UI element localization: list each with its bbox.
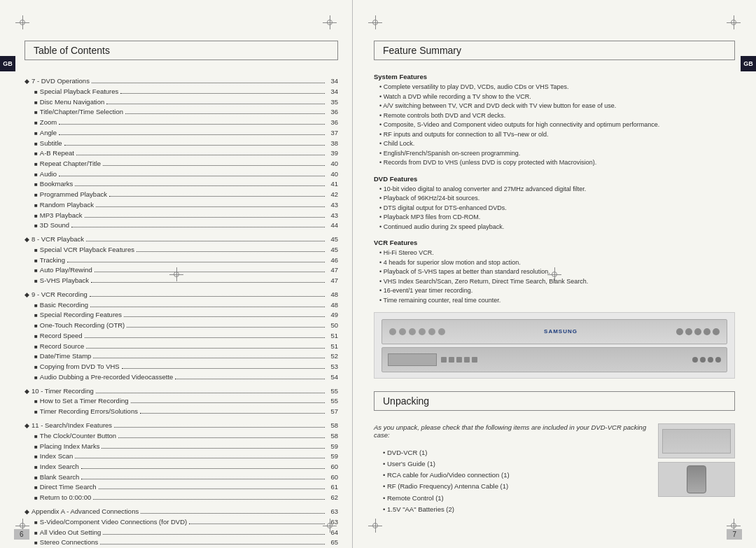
toc-sub: ■Audio Dubbing a Pre-recorded Videocasse… [24,372,338,383]
device-thumbnail [658,423,735,458]
toc-entry-vcr-playback: ◆ 8 - VCR Playback 45 [24,234,338,245]
toc-sub: ■Stereo Connections65 [24,538,338,548]
bullet-icon: ◆ [24,290,29,300]
unpacking-section: Unpacking As you unpack, please check th… [374,391,735,515]
toc-sub: ■Direct Time Search61 [24,482,338,493]
toc-title: Table of Contents [24,41,338,60]
vcr-btn-icon [692,357,698,363]
toc-sub: ■Random Playback43 [24,200,338,211]
toc-sub: ■Basic Recording48 [24,300,338,311]
crosshair-center-right [547,267,561,281]
btn-icon [409,328,416,335]
device-image: SAMSUNG [374,312,735,379]
vcr-btn-icon [449,357,454,363]
toc-sub: ■Date/Time Stamp52 [24,351,338,362]
bullet-icon: ◆ [24,235,29,245]
page-number-right: 7 [727,529,742,540]
btn-icon [419,328,426,335]
page-number-left: 6 [14,529,29,540]
toc-sub: ■Return to 0:00:0062 [24,493,338,503]
toc-sub: ■Index Search60 [24,462,338,472]
toc-entries: ◆ 7 - DVD Operations 34 ■Special Playbac… [24,76,338,548]
vcr-btn-icon [456,357,462,363]
crosshair-bottom-right [323,519,337,533]
device-thumbnail-inner [662,429,730,454]
toc-sub: ■Placing Index Marks59 [24,442,338,452]
unpacking-title: Unpacking [374,391,735,411]
toc-sub: ■The Clock/Counter Button58 [24,431,338,442]
vcr-btn-icon [464,357,470,363]
crosshair-top-left-r [368,15,382,29]
btn-icon [399,328,406,335]
toc-entry-appendix-a: ◆ Appendix A - Advanced Connections 63 [24,507,338,517]
left-page: GB Table of Contents ◆ 7 - DVD Operation… [0,0,353,548]
list-item: User's Guide (1) [383,458,651,470]
toc-sub: ■Special Playback Features34 [24,87,338,97]
page-container: 01626A DVD-V8000/TWN-Engl 8/27/56 8:56 A… [0,0,756,548]
toc-entry-vcr-recording: ◆ 9 - VCR Recording 48 [24,290,338,300]
dvd-buttons [389,328,445,335]
toc-sub: ■Special VCR Playback Features45 [24,245,338,255]
toc-sub: ■Special Recording Features49 [24,310,338,321]
toc-entry-timer: ◆ 10 - Timer Recording 55 [24,386,338,397]
btn-icon [694,328,701,335]
toc-sub: ■3D Sound44 [24,220,338,231]
dvd-features-text: 10-bit video digital to analog converter… [374,185,735,232]
toc-sub: ■Angle37 [24,128,338,139]
toc-sub: ■Subtitle38 [24,139,338,149]
btn-icon [428,328,435,335]
toc-entry-search: ◆ 11 - Search/Index Features 58 [24,421,338,431]
samsung-brand-top: SAMSUNG [544,328,578,335]
toc-sub: ■How to Set a Timer Recording55 [24,396,338,407]
gb-badge-left: GB [0,56,15,71]
list-item: RCA cable for Audio/Video connection (1) [383,470,651,481]
vcr-btn-icon [708,357,713,363]
system-features-section: System Features Complete versatility to … [374,73,735,168]
dvd-right-buttons [676,328,720,335]
btn-icon [713,328,720,335]
toc-sub: ■Record Speed51 [24,331,338,342]
dvd-features-section: DVD Features 10-bit video digital to ana… [374,175,735,232]
toc-sub: ■Programmed Playback42 [24,190,338,200]
vcr-buttons [441,357,477,363]
list-item: RF (Radio Frequency) Antenna Cable (1) [383,481,651,492]
vcr-btn-icon [700,357,706,363]
toc-sub: ■Record Source51 [24,342,338,352]
toc-sub: ■Audio40 [24,169,338,180]
crosshair-bottom-left-r [368,519,382,533]
vcr-btn-icon [441,357,447,363]
bullet-icon: ◆ [24,507,29,517]
toc-sub: ■Zoom36 [24,118,338,128]
toc-sub: ■S-Video/Component Video Connections (fo… [24,517,338,528]
btn-icon [676,328,683,335]
unpacking-items-list: DVD-VCR (1) User's Guide (1) RCA cable f… [374,447,651,515]
toc-sub: ■One-Touch Recording (OTR)50 [24,321,338,331]
btn-icon [704,328,710,335]
remote-thumbnail [658,462,735,497]
right-page: GB Feature Summary System Features Compl… [353,0,756,548]
crosshair-top-right [323,15,337,29]
toc-sub: ■A-B Repeat39 [24,148,338,159]
toc-sub: ■Repeat Chapter/Title40 [24,159,338,169]
toc-sub: ■MP3 Playback43 [24,211,338,221]
vcr-btn-icon [715,357,721,363]
btn-icon [389,328,396,335]
btn-icon [685,328,692,335]
crosshair-top-left [15,15,29,29]
tape-slot-icon [388,353,437,366]
vcr-features-heading: VCR Features [374,239,735,246]
toc-sub: ■Timer Recording Errors/Solutions57 [24,407,338,417]
toc-sub: ■All Video Out Setting64 [24,528,338,538]
gb-badge-right: GB [741,56,756,71]
toc-sub: ■Blank Search60 [24,472,338,483]
crosshair-center-left [169,267,183,281]
bullet-icon: ◆ [24,387,29,397]
toc-sub: ■Copying from DVD To VHS53 [24,362,338,372]
dvd-device-bar: SAMSUNG [382,319,727,344]
btn-icon [438,328,445,335]
list-item: 1.5V "AA" Batteries (2) [383,504,651,515]
vcr-btn-icon [472,357,477,363]
crosshair-top-right-r [727,15,741,29]
toc-sub: ■Index Scan59 [24,451,338,462]
bullet-icon: ◆ [24,421,29,431]
